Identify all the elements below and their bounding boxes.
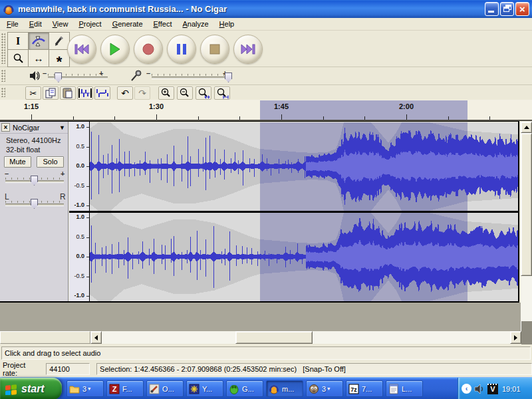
envelope-tool[interactable] (29, 33, 49, 49)
redo-button[interactable]: ↷ (134, 86, 150, 100)
svg-text:7z: 7z (350, 386, 357, 393)
gimp-icon (309, 384, 319, 394)
track-control-panel: × NoCigar ▼ Stereo, 44100Hz 32-bit float… (0, 122, 68, 301)
zoom-out-button[interactable] (177, 86, 193, 100)
menu-help[interactable]: Help (214, 19, 240, 29)
output-volume-thumb[interactable] (55, 72, 62, 82)
ruler-major-tick (281, 114, 282, 120)
undo-button[interactable]: ↶ (117, 86, 133, 100)
pan-slider-thumb[interactable] (31, 199, 38, 209)
solo-button[interactable]: Solo (37, 156, 64, 168)
title-bar[interactable]: meanwhile, back in communist Russia... -… (0, 0, 532, 18)
vruler-label: 0.5 (76, 143, 84, 150)
track-format-line2: 32-bit float (6, 146, 40, 154)
track-close-button[interactable]: × (1, 123, 10, 132)
menu-view[interactable]: View (47, 19, 74, 29)
ruler-minor-tick (489, 116, 490, 120)
input-volume-slider[interactable] (152, 76, 231, 79)
project-rate-value[interactable]: 44100 (46, 363, 90, 375)
menu-bar: FileEditViewProjectGenerateEffectAnalyze… (0, 18, 532, 31)
timeline-selection[interactable] (260, 100, 467, 120)
forward-button[interactable] (233, 35, 263, 64)
copy-button[interactable] (43, 86, 59, 100)
bottom-info-bar: Project rate: 44100 Selection: 1:42.4563… (0, 361, 532, 377)
waveform-channel-right[interactable] (90, 213, 518, 301)
selection-tool[interactable]: I (8, 33, 28, 49)
scrollbar-corner (521, 321, 532, 344)
mute-button[interactable]: Mute (4, 156, 31, 168)
toolbar-grip[interactable] (1, 33, 5, 64)
taskbar-button-filezilla[interactable]: ZF... (106, 380, 144, 397)
zoom-sel-button[interactable] (196, 86, 211, 100)
vertical-scrollbar-thumb[interactable] (521, 133, 532, 276)
project-rate-label: Project rate: (3, 361, 42, 377)
volume-tray-icon[interactable] (474, 384, 485, 394)
menu-effect[interactable]: Effect (148, 19, 178, 29)
zoom-in-button[interactable] (158, 86, 174, 100)
taskbar-button-audacity[interactable]: m... (266, 380, 303, 397)
scroll-up-button[interactable] (521, 122, 532, 133)
menu-file[interactable]: File (1, 19, 24, 29)
close-button[interactable]: × (515, 2, 529, 16)
toolbar-grip[interactable] (1, 88, 5, 97)
cut-button[interactable]: ✂ (25, 86, 41, 100)
taskbar-button-paint[interactable]: O... (146, 380, 184, 397)
taskbar-button-bug[interactable]: G... (226, 380, 263, 397)
track-name[interactable]: NoCigar (13, 124, 59, 132)
tools-grid: I↔* (7, 32, 70, 67)
track-menu-dropdown-icon[interactable]: ▼ (59, 124, 65, 131)
yahoo-icon (189, 384, 200, 394)
taskbar-button-yahoo[interactable]: Y... (186, 380, 223, 397)
draw-tool[interactable] (49, 33, 69, 49)
menu-project[interactable]: Project (73, 19, 106, 29)
rewind-button[interactable] (67, 35, 96, 64)
gain-plus-label: + (61, 170, 65, 178)
vruler-label: 0.5 (76, 233, 84, 240)
taskbar-button-folder[interactable]: 3▾ (66, 380, 104, 397)
scroll-right-button[interactable] (510, 331, 521, 344)
menu-edit[interactable]: Edit (24, 19, 47, 29)
stop-button[interactable] (200, 35, 229, 64)
zoom-fit-button[interactable] (214, 86, 230, 100)
ruler-major-tick (156, 114, 157, 120)
restore-button[interactable] (500, 2, 514, 16)
bug-icon (229, 384, 239, 394)
taskbar-button-gimp[interactable]: 3▾ (306, 380, 343, 397)
toolbar-grip[interactable] (1, 70, 5, 82)
gain-slider-thumb[interactable] (31, 176, 38, 186)
paste-button[interactable] (60, 86, 76, 100)
play-button[interactable] (100, 35, 130, 64)
multi-tool[interactable]: * (49, 50, 69, 66)
zoom-tool[interactable] (8, 50, 28, 66)
notepad-icon (388, 384, 399, 394)
audacity-window: meanwhile, back in communist Russia... -… (0, 0, 532, 399)
record-button[interactable] (134, 35, 163, 64)
vruler-label: -1.0 (74, 292, 84, 299)
windows-logo-icon (5, 383, 18, 395)
input-minus-label: – (146, 69, 150, 77)
input-volume-thumb[interactable] (225, 72, 232, 82)
scroll-left-button[interactable] (90, 331, 102, 344)
taskbar-button-sevenzip[interactable]: 7z7... (346, 380, 383, 397)
ruler-major-tick (31, 114, 32, 120)
horizontal-scrollbar-thumb[interactable] (235, 331, 313, 344)
waveform-channel-left[interactable] (90, 122, 518, 211)
silence-button[interactable] (94, 86, 110, 100)
start-button[interactable]: start (0, 378, 62, 399)
ruler-minor-tick (114, 116, 115, 120)
ruler-minor-tick (323, 116, 324, 120)
paint-icon (149, 384, 160, 394)
track-title-row[interactable]: × NoCigar ▼ (0, 122, 68, 134)
virtualdub-tray-icon[interactable]: V (487, 384, 498, 394)
taskbar-button-notepad[interactable]: L... (386, 380, 423, 397)
minimize-button[interactable] (485, 2, 499, 16)
timeshift-tool[interactable]: ↔ (29, 50, 49, 66)
timeline-ruler[interactable]: 1:151:301:452:00 (0, 100, 532, 121)
tray-chevron-icon[interactable]: ‹ (462, 384, 471, 394)
menu-generate[interactable]: Generate (107, 19, 148, 29)
menu-analyze[interactable]: Analyze (177, 19, 213, 29)
trim-button[interactable] (77, 86, 93, 100)
taskbar-clock: 19:01 (502, 385, 521, 393)
window-title: meanwhile, back in communist Russia... -… (18, 4, 483, 14)
pause-button[interactable] (167, 35, 196, 64)
